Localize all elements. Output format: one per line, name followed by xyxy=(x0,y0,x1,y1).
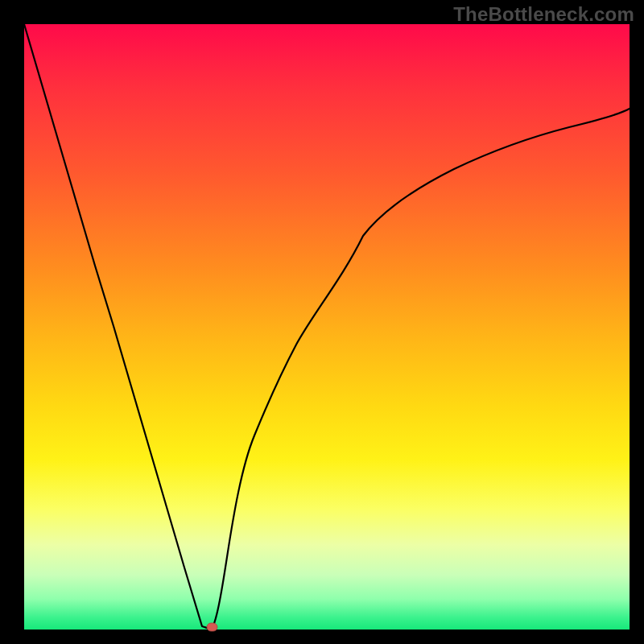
curve-left-branch xyxy=(24,24,212,630)
watermark-text: TheBottleneck.com xyxy=(453,3,634,26)
plot-area xyxy=(24,24,630,630)
minimum-marker xyxy=(207,623,217,631)
bottleneck-curve xyxy=(24,24,630,630)
curve-right-branch xyxy=(212,109,630,630)
chart-frame: TheBottleneck.com xyxy=(0,0,644,644)
